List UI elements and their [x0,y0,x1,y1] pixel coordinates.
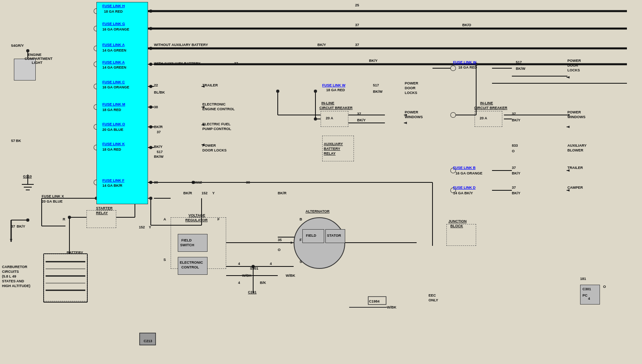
cb2-amperage: 20 A [480,116,487,120]
starter-relay-label2: RELAY [96,211,108,215]
c301-label: C301 [582,287,591,291]
wire-57-bk: 57 [11,139,15,143]
wire-bky-left: BK/Y [17,224,25,228]
wire-s-vr: S [163,258,166,262]
field-switch-label2: SWITCH [180,243,194,247]
electronic-control-box: ELECTRONIC CONTROL [178,257,208,275]
without-aux-battery: WITHOUT AUXILIARY BATTERY [154,43,208,47]
wire-s112: S112 [194,180,202,184]
wire-152-2: 152 [139,225,145,229]
fuse-link-g-label: FUSE LINK G [102,22,125,26]
wire-a-vr: A [163,217,166,221]
inline-cb1-label: IN-LINE [321,101,334,105]
wire-37-with-aux: 37 [234,61,238,65]
fuse-link-o-sub: 20 GA BLUE [102,128,123,132]
wire-517-center: 517 [373,83,379,87]
cb1-amperage: 20 A [326,116,333,120]
inline-cb1-label2: CIRCUIT BREAKER [319,106,353,110]
alternator-field-box: FIELD [302,229,324,243]
cb1-box: 20 A [321,111,348,127]
fuse-link-w1-label: FUSE LINK W [322,83,346,87]
wire-38-m: 38 [154,105,158,109]
power-windows-right: POWER [567,110,581,114]
inline-cb2-label: IN-LINE [480,101,493,105]
fuse-link-f-label: FUSE LINK F [102,178,125,182]
aux-battery-relay-label2: BATTERY [324,147,340,151]
wire-bkw-center: BK/W [373,90,383,94]
power-door-locks-right2: DOOR [567,63,578,67]
fuse-link-b-sub: 16 GA ORANGE [456,171,482,175]
wire-833: 833 [512,144,518,148]
wire-o-c301: O [603,285,606,289]
wire-y-1: Y [212,191,215,195]
auxiliary-blower: AUXILIARY [567,144,586,148]
fuse-link-d-label: FUSE LINK D [453,186,476,190]
fuse-link-c-sub: 16 GA ORANGE [102,85,129,89]
trailer-label: TRAILER [202,83,218,87]
field-switch-label: FIELD [181,238,192,242]
circuit-breaker-label: CIRCUIT BREAKER [474,106,507,110]
fuse-link-a2-sub: 14 GA GREEN [102,65,126,69]
wire-37-cb2: 37 [512,112,516,116]
fuse-link-x-sub: 20 GA BLUE [42,199,63,203]
wire-bkw-k: BK/W [154,155,163,159]
wire-bk-bot: B/K [260,281,266,285]
power-door-locks-center2: DOOR [405,86,415,90]
wire-bky-cb2: BK/Y [512,118,521,122]
eec-only-label: EEC [429,293,436,297]
starter-relay-label: STARTER [96,206,113,210]
wire-4-bot: 4 [238,281,240,285]
wire-4-s301: 4 [238,262,240,266]
power-windows-center: POWER [405,110,418,114]
electronic-engine-control2: ENGINE CONTROL [202,107,235,111]
carburetor-label2: CIRCUITS [2,270,19,274]
fuse-link-a1-label: FUSE LINK A [102,43,125,47]
wire-r: R [63,217,65,221]
fuse-link-b-label: FUSE LINK B [453,166,476,170]
field-switch-box: FIELD SWITCH [178,234,208,252]
aux-battery-relay-label: AUXILIARY [324,142,343,146]
alternator-b: B [300,217,302,221]
electronic-control-label: ELECTRONIC [180,261,203,264]
wire-bkw-right: BK/W [516,67,525,71]
fuse-link-d-sub: 14 GA BK/Y [453,191,473,195]
engine-label2: COMPARTMENT [25,57,52,61]
wire-f-vr: F [217,217,220,221]
wire-bky-k: BK/Y [154,145,163,149]
fuse-link-k-label: FUSE LINK K [102,142,125,146]
auxiliary-blower2: BLOWER [567,148,583,152]
c1984-label: C1984 [369,299,380,303]
wire-152-y: 152 [202,191,208,195]
wire-38-s112: 38 [246,180,250,184]
engine-label3: LIGHT [32,61,42,65]
carburetor-label: CARBURETOR [2,265,27,269]
power-door-locks-k: POWER [202,144,216,148]
wire-blbk: BL/BK [154,90,165,94]
wire-bko: BK/O [462,23,471,27]
wiring-diagram: 25 37 BK/O FUSE LINK H 18 GA RED FUSE LI… [0,0,642,364]
wire-37-d: 37 [512,186,516,190]
wire-25: 25 [355,3,359,7]
wire-54-gry: 54 [11,44,15,48]
alternator-stator-label: STATOR [327,234,341,238]
power-door-locks-right: POWER [567,59,581,63]
power-door-locks-center: POWER [405,81,418,85]
wire-s301: S301 [250,266,258,270]
c213-label: C213 [144,339,152,343]
alternator-stator-box: STATOR [325,229,345,243]
power-windows-right2: WINDOWS [567,115,586,119]
wire-181: 181 [580,277,586,281]
wire-wbk-1: W/BK [242,274,252,278]
wire-gry: GR/Y [15,44,24,48]
wire-517-k: 517 [157,150,163,154]
fuse-link-m-label: FUSE LINK M [102,102,125,106]
power-door-locks-right3: LOCKS [567,68,580,72]
wire-37-2: 37 [355,43,359,47]
wire-37-o: 37 [157,130,161,134]
carburetor-label5: HIGH ALTITUDE) [2,284,31,288]
electric-fuel-pump2: PUMP CONTROL [202,127,231,131]
battery-label: BATTERY [67,251,83,255]
alternator-s: S [300,260,302,264]
wire-4-c301: 4 [588,297,590,301]
wire-o-blower: O [512,149,515,153]
